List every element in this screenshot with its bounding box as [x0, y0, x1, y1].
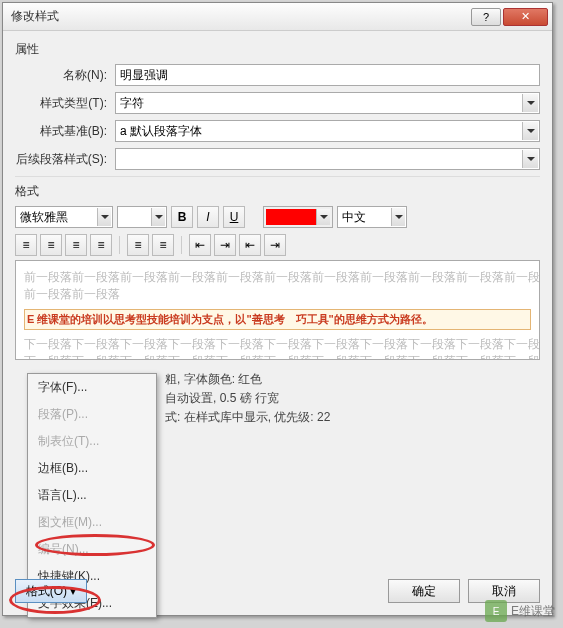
indent-inc-button[interactable]: ⇥ [214, 234, 236, 256]
italic-button[interactable]: I [197, 206, 219, 228]
align-right-button[interactable]: ≡ [65, 234, 87, 256]
font-color-button[interactable] [263, 206, 333, 228]
font-combo[interactable]: 微软雅黑 [15, 206, 113, 228]
menu-border[interactable]: 边框(B)... [28, 455, 156, 482]
close-button[interactable]: ✕ [503, 8, 548, 26]
format-section-label: 格式 [15, 183, 540, 200]
color-swatch-red [266, 209, 316, 225]
name-input[interactable] [115, 64, 540, 86]
align-center-button[interactable]: ≡ [40, 234, 62, 256]
line-dec-button[interactable]: ⇤ [239, 234, 261, 256]
underline-button[interactable]: U [223, 206, 245, 228]
ok-button[interactable]: 确定 [388, 579, 460, 603]
watermark: E E维课堂 [485, 600, 555, 622]
chevron-down-icon [522, 122, 538, 140]
dialog-title: 修改样式 [7, 8, 469, 25]
linespacing-1-button[interactable]: ≡ [127, 234, 149, 256]
menu-numbering: 编号(N)... [28, 536, 156, 563]
modify-style-dialog: 修改样式 ? ✕ 属性 名称(N): 样式类型(T): 字符 样式基准(B): … [2, 2, 553, 616]
align-left-button[interactable]: ≡ [15, 234, 37, 256]
menu-paragraph: 段落(P)... [28, 401, 156, 428]
menu-font[interactable]: 字体(F)... [28, 374, 156, 401]
format-button[interactable]: 格式(O) ▾ [15, 579, 87, 603]
preview-highlight: E 维课堂的培训以思考型技能培训为支点，以"善思考 巧工具"的思维方式为路径。 [24, 309, 531, 330]
separator [181, 236, 182, 254]
menu-language[interactable]: 语言(L)... [28, 482, 156, 509]
style-base-label: 样式基准(B): [15, 123, 115, 140]
style-base-combo[interactable]: a 默认段落字体 [115, 120, 540, 142]
chevron-down-icon [522, 94, 538, 112]
properties-section-label: 属性 [15, 41, 540, 58]
indent-dec-button[interactable]: ⇤ [189, 234, 211, 256]
style-type-label: 样式类型(T): [15, 95, 115, 112]
line-inc-button[interactable]: ⇥ [264, 234, 286, 256]
chevron-down-icon [522, 150, 538, 168]
next-style-combo[interactable] [115, 148, 540, 170]
linespacing-2-button[interactable]: ≡ [152, 234, 174, 256]
name-label: 名称(N): [15, 67, 115, 84]
style-type-combo[interactable]: 字符 [115, 92, 540, 114]
titlebar[interactable]: 修改样式 ? ✕ [3, 3, 552, 31]
menu-frame: 图文框(M)... [28, 509, 156, 536]
bold-button[interactable]: B [171, 206, 193, 228]
style-description: 粗, 字体颜色: 红色 自动设置, 0.5 磅 行宽 式: 在样式库中显示, 优… [165, 360, 540, 438]
watermark-logo-icon: E [485, 600, 507, 622]
preview-area: 前一段落前一段落前一段落前一段落前一段落前一段落前一段落前一段落前一段落前一段落… [15, 260, 540, 360]
chevron-down-icon [151, 208, 165, 226]
next-style-label: 后续段落样式(S): [15, 151, 115, 168]
lang-combo[interactable]: 中文 [337, 206, 407, 228]
align-justify-button[interactable]: ≡ [90, 234, 112, 256]
chevron-down-icon [97, 208, 111, 226]
help-button[interactable]: ? [471, 8, 501, 26]
size-combo[interactable] [117, 206, 167, 228]
chevron-down-icon [316, 209, 330, 225]
chevron-down-icon [391, 208, 405, 226]
menu-tabs: 制表位(T)... [28, 428, 156, 455]
separator [119, 236, 120, 254]
